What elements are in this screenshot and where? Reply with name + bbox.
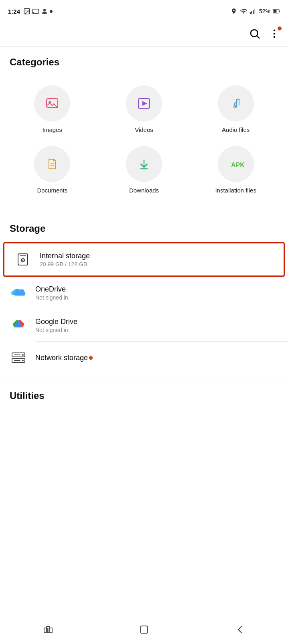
installation-label: Installation files bbox=[215, 187, 256, 194]
audio-label: Audio files bbox=[222, 126, 249, 133]
category-audio[interactable]: Audio files bbox=[190, 79, 282, 140]
googledrive-text: Google Drive Not signed in bbox=[35, 318, 77, 333]
category-downloads[interactable]: Downloads bbox=[98, 140, 190, 200]
internal-storage-text: Internal storage 20.99 GB / 128 GB bbox=[40, 252, 90, 267]
onedrive-status: Not signed in bbox=[35, 294, 68, 301]
home-button[interactable] bbox=[132, 622, 156, 638]
notification-icons bbox=[23, 8, 53, 15]
svg-text:APK: APK bbox=[231, 162, 245, 168]
svg-rect-10 bbox=[274, 10, 277, 13]
network-storage-text: Network storage bbox=[35, 354, 93, 362]
categories-section: Categories Images Videos bbox=[0, 47, 288, 210]
storage-section: Storage Internal storage 20.99 GB / 128 … bbox=[0, 210, 288, 377]
svg-line-12 bbox=[257, 36, 260, 38]
svg-rect-6 bbox=[253, 10, 254, 14]
svg-point-3 bbox=[43, 9, 46, 11]
googledrive-name: Google Drive bbox=[35, 318, 77, 326]
audio-icon-circle bbox=[218, 85, 254, 122]
battery-icon bbox=[273, 8, 280, 15]
internal-storage-icon bbox=[14, 251, 32, 268]
more-options-button[interactable] bbox=[269, 28, 280, 39]
googledrive-icon bbox=[10, 316, 27, 334]
svg-rect-4 bbox=[250, 12, 251, 14]
bottom-navigation bbox=[0, 615, 288, 644]
time-display: 1:24 bbox=[8, 8, 20, 15]
svg-rect-26 bbox=[20, 255, 26, 256]
battery-percent: 52% bbox=[259, 8, 270, 14]
svg-point-14 bbox=[274, 33, 276, 35]
status-dot bbox=[50, 10, 53, 13]
category-installation[interactable]: APK Installation files bbox=[190, 140, 282, 200]
utilities-section: Utilities bbox=[0, 377, 288, 413]
onedrive-text: OneDrive Not signed in bbox=[35, 285, 68, 301]
status-bar: 1:24 bbox=[0, 0, 288, 21]
categories-title: Categories bbox=[0, 47, 288, 76]
recent-apps-button[interactable] bbox=[36, 622, 60, 638]
documents-icon-circle bbox=[34, 146, 70, 182]
wifi-icon bbox=[240, 8, 247, 15]
network-notification-dot bbox=[89, 356, 93, 360]
onedrive-item[interactable]: OneDrive Not signed in bbox=[0, 277, 288, 309]
svg-point-13 bbox=[274, 30, 276, 32]
googledrive-status: Not signed in bbox=[35, 327, 77, 333]
category-images[interactable]: Images bbox=[6, 79, 98, 140]
svg-point-28 bbox=[22, 260, 24, 261]
internal-storage-capacity: 20.99 GB / 128 GB bbox=[40, 261, 90, 267]
svg-point-35 bbox=[22, 360, 24, 361]
svg-marker-19 bbox=[142, 101, 147, 106]
internal-storage-item[interactable]: Internal storage 20.99 GB / 128 GB bbox=[4, 243, 284, 275]
app-bar bbox=[0, 21, 288, 47]
menu-notification-dot bbox=[278, 26, 282, 30]
svg-point-15 bbox=[274, 36, 276, 38]
svg-rect-41 bbox=[140, 626, 148, 633]
location-icon bbox=[230, 8, 237, 15]
onedrive-icon bbox=[10, 284, 27, 302]
videos-icon-circle bbox=[126, 85, 162, 122]
search-button[interactable] bbox=[249, 28, 261, 40]
downloads-label: Downloads bbox=[129, 187, 159, 194]
onedrive-name: OneDrive bbox=[35, 285, 68, 294]
back-button[interactable] bbox=[228, 622, 252, 638]
documents-label: Documents bbox=[37, 187, 67, 194]
internal-storage-wrapper: Internal storage 20.99 GB / 128 GB bbox=[3, 242, 285, 277]
cast-icon bbox=[32, 8, 39, 15]
svg-point-1 bbox=[25, 10, 26, 10]
images-icon-circle bbox=[34, 85, 70, 122]
videos-label: Videos bbox=[135, 126, 153, 133]
category-videos[interactable]: Videos bbox=[98, 79, 190, 140]
svg-rect-7 bbox=[254, 8, 255, 14]
network-storage-item[interactable]: Network storage bbox=[0, 342, 288, 374]
category-documents[interactable]: Documents bbox=[6, 140, 98, 200]
svg-point-34 bbox=[22, 354, 24, 356]
utilities-title: Utilities bbox=[0, 381, 288, 409]
images-label: Images bbox=[43, 126, 62, 133]
svg-rect-5 bbox=[251, 11, 252, 14]
internal-storage-name: Internal storage bbox=[40, 252, 90, 260]
downloads-icon-circle bbox=[126, 146, 162, 182]
photo-notif-icon bbox=[23, 8, 30, 15]
svg-rect-9 bbox=[279, 10, 280, 12]
storage-title: Storage bbox=[0, 213, 288, 242]
googledrive-item[interactable]: Google Drive Not signed in bbox=[0, 309, 288, 341]
account-icon bbox=[41, 8, 48, 15]
categories-grid: Images Videos Audio files bbox=[0, 76, 288, 210]
status-right-area: 52% bbox=[230, 8, 280, 15]
network-storage-icon bbox=[10, 349, 27, 367]
signal-icon bbox=[249, 8, 257, 15]
svg-point-20 bbox=[234, 105, 236, 108]
status-time-area: 1:24 bbox=[8, 8, 53, 15]
installation-icon-circle: APK bbox=[218, 146, 254, 182]
network-storage-name: Network storage bbox=[35, 354, 93, 362]
